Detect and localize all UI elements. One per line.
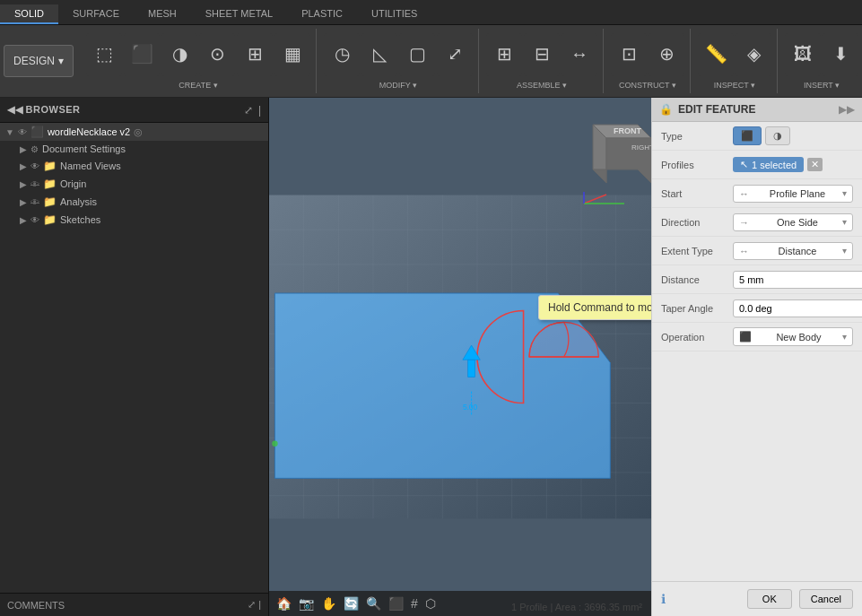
assemble-btn2[interactable]: ⊟ bbox=[524, 33, 560, 76]
create-sketch-button[interactable]: ⬚ bbox=[86, 33, 122, 76]
tab-solid[interactable]: SOLID bbox=[0, 4, 58, 24]
operation-dropdown[interactable]: ⬛ New Body ▾ bbox=[733, 327, 853, 346]
svg-line-30 bbox=[584, 195, 606, 204]
browser-item-doc-settings[interactable]: ▶ ⚙ Document Settings bbox=[0, 141, 268, 157]
fillet-button[interactable]: ◷ bbox=[324, 33, 360, 76]
tab-utilities[interactable]: UTILITIES bbox=[357, 4, 431, 24]
svg-rect-21 bbox=[468, 360, 475, 377]
grid-toggle-icon[interactable]: # bbox=[411, 596, 418, 611]
tooltip-text: Hold Command to modify selection bbox=[548, 301, 651, 314]
profiles-label: Profiles bbox=[661, 160, 733, 170]
tab-plastic[interactable]: PLASTIC bbox=[287, 4, 357, 24]
root-component-label: wordleNecklace v2 bbox=[48, 126, 130, 137]
start-dropdown[interactable]: ↔ Profile Plane ▾ bbox=[733, 185, 853, 203]
ok-button[interactable]: OK bbox=[747, 589, 792, 609]
create-more-button[interactable]: ⊞ bbox=[237, 33, 273, 76]
construct-btn2[interactable]: ⊕ bbox=[649, 33, 684, 76]
axis-icon: ⊕ bbox=[659, 43, 675, 65]
assemble-btn3[interactable]: ↔ bbox=[562, 33, 597, 76]
viewport[interactable]: 5.00 Hold Command to modify selection 5 … bbox=[269, 98, 651, 616]
insert-image-button[interactable]: 🖼 bbox=[785, 33, 821, 76]
create-buttons: ⬚ ⬛ ◑ ⊙ ⊞ ▦ bbox=[86, 32, 310, 77]
capture-icon[interactable]: ◎ bbox=[134, 126, 143, 138]
insert-btn2[interactable]: ⬇ bbox=[823, 33, 858, 76]
operation-label: Operation bbox=[661, 332, 733, 343]
browser-item-named-views[interactable]: ▶ 👁 📁 Named Views bbox=[0, 157, 268, 175]
edit-feature-title-text: EDIT FEATURE bbox=[678, 103, 755, 116]
browser-item-analysis[interactable]: ▶ 👁 📁 Analysis bbox=[0, 193, 268, 211]
start-control: ↔ Profile Plane ▾ bbox=[733, 185, 853, 203]
sketches-folder-icon: 📁 bbox=[43, 213, 57, 226]
extrude-type-button[interactable]: ⬛ bbox=[733, 126, 762, 145]
revolve-button[interactable]: ◑ bbox=[161, 33, 197, 76]
expand-arrow-icon4: ▶ bbox=[20, 197, 27, 207]
taper-angle-input[interactable] bbox=[733, 299, 862, 317]
browser-item-root[interactable]: ▼ 👁 ⬛ wordleNecklace v2 ◎ bbox=[0, 123, 268, 141]
expand-panel-icon[interactable]: ▶▶ bbox=[839, 103, 855, 116]
component-icon: ⬛ bbox=[30, 126, 44, 138]
revolve-type-button[interactable]: ◑ bbox=[765, 126, 790, 145]
distance-input[interactable] bbox=[733, 271, 862, 289]
hole-button[interactable]: ⊙ bbox=[199, 33, 235, 76]
chamfer-button[interactable]: ◺ bbox=[361, 33, 397, 76]
pan-icon[interactable]: ✋ bbox=[321, 596, 336, 611]
tab-bar: SOLID SURFACE MESH SHEET METAL PLASTIC U… bbox=[0, 0, 862, 25]
insert-buttons: 🖼 ⬇ bbox=[785, 32, 858, 77]
view-cube-icon[interactable]: ⬛ bbox=[388, 596, 404, 611]
assemble-btn1[interactable]: ⊞ bbox=[486, 33, 522, 76]
browser-item-sketches[interactable]: ▶ 👁 📁 Sketches bbox=[0, 211, 268, 229]
info-icon[interactable]: ℹ bbox=[661, 592, 666, 606]
tab-mesh[interactable]: MESH bbox=[134, 4, 191, 24]
direction-control: → One Side ▾ bbox=[733, 213, 853, 231]
axis-indicator bbox=[579, 190, 633, 208]
panel-spacer bbox=[652, 351, 862, 581]
zoom-icon[interactable]: 🔍 bbox=[366, 596, 381, 611]
scale-button[interactable]: ⤢ bbox=[437, 33, 473, 76]
cancel-button[interactable]: Cancel bbox=[799, 589, 853, 609]
orbit-icon[interactable]: 🔄 bbox=[344, 596, 359, 611]
environment-icon[interactable]: ⬡ bbox=[425, 596, 436, 611]
tab-sheet-metal[interactable]: SHEET METAL bbox=[191, 4, 287, 24]
analysis-visibility[interactable]: 👁 bbox=[30, 197, 39, 207]
extent-type-dropdown[interactable]: ↔ Distance ▾ bbox=[733, 242, 853, 260]
sketches-visibility[interactable]: 👁 bbox=[30, 215, 39, 225]
browser-expand-icon[interactable]: ⤢ bbox=[244, 104, 253, 117]
comments-expand[interactable]: ⤢ | bbox=[248, 599, 261, 611]
measure-button[interactable]: 📏 bbox=[698, 33, 734, 76]
operation-row: Operation ⬛ New Body ▾ bbox=[652, 323, 862, 351]
camera-icon[interactable]: 📷 bbox=[299, 596, 314, 611]
home-view-icon[interactable]: 🏠 bbox=[276, 596, 292, 611]
direction-dropdown-icon: → bbox=[739, 217, 749, 228]
construct-label: CONSTRUCT ▾ bbox=[619, 77, 676, 90]
taper-angle-row: Taper Angle bbox=[652, 294, 862, 323]
tab-surface[interactable]: SURFACE bbox=[58, 4, 134, 24]
viewport-bottom-toolbar: 🏠 📷 ✋ 🔄 🔍 ⬛ # ⬡ bbox=[269, 591, 651, 616]
browser-header-icons: ⤢ | bbox=[244, 104, 261, 117]
comments-label: COMMENTS bbox=[7, 600, 65, 611]
create-group: ⬚ ⬛ ◑ ⊙ ⊞ ▦ CREATE ▾ bbox=[81, 29, 317, 93]
construct-btn1[interactable]: ⊡ bbox=[611, 33, 647, 76]
browser-collapse-icon[interactable]: ◀◀ bbox=[7, 104, 22, 115]
inspect-btn2[interactable]: ◈ bbox=[736, 33, 771, 76]
browser-close-icon[interactable]: | bbox=[258, 104, 261, 117]
profiles-badge-icon: ↖ bbox=[740, 159, 748, 170]
design-dropdown-button[interactable]: DESIGN ▾ bbox=[4, 45, 74, 77]
create-solid-button[interactable]: ▦ bbox=[274, 33, 310, 76]
direction-dropdown[interactable]: → One Side ▾ bbox=[733, 213, 853, 231]
type-control: ⬛ ◑ bbox=[733, 126, 853, 145]
nav-cube-svg: FRONT RIGHT bbox=[579, 107, 651, 187]
start-dropdown-value: Profile Plane bbox=[770, 188, 825, 199]
extrude-button[interactable]: ⬛ bbox=[124, 33, 160, 76]
named-views-visibility[interactable]: 👁 bbox=[30, 161, 39, 171]
visibility-icon[interactable]: 👁 bbox=[18, 127, 27, 137]
shell-button[interactable]: ▢ bbox=[399, 33, 435, 76]
assemble-label: ASSEMBLE ▾ bbox=[517, 77, 567, 90]
browser-item-origin[interactable]: ▶ 👁 📁 Origin bbox=[0, 175, 268, 193]
origin-visibility[interactable]: 👁 bbox=[30, 179, 39, 189]
extent-type-value: Distance bbox=[779, 246, 817, 256]
toolbar-row: DESIGN ▾ ⬚ ⬛ ◑ ⊙ ⊞ bbox=[0, 25, 862, 97]
profiles-selected-badge[interactable]: ↖ 1 selected bbox=[733, 157, 804, 172]
nav-cube[interactable]: FRONT RIGHT bbox=[579, 107, 642, 169]
construct-group: ⊡ ⊕ CONSTRUCT ▾ bbox=[605, 29, 691, 93]
profiles-clear-button[interactable]: ✕ bbox=[807, 158, 823, 171]
